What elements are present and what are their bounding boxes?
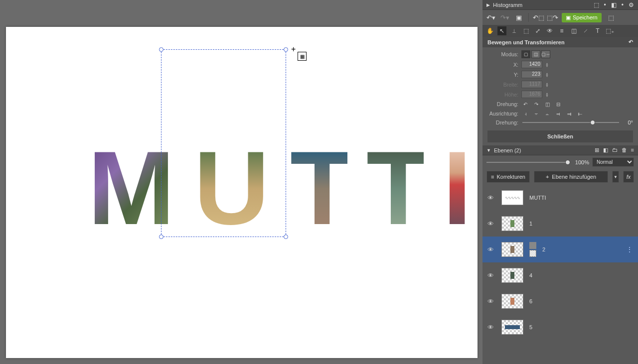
flip-h-button[interactable]: ◫ bbox=[543, 101, 551, 108]
layer-name-label[interactable]: 6 bbox=[529, 298, 633, 304]
align-right-button[interactable]: ⫠ bbox=[543, 110, 551, 117]
align-center-h-button[interactable]: ⫟ bbox=[532, 110, 540, 117]
perspective-tool[interactable]: ⬚ bbox=[521, 26, 530, 35]
save-button[interactable]: ▣ Speichern bbox=[562, 13, 602, 22]
x-input[interactable]: 1420 bbox=[521, 61, 542, 68]
fx-button[interactable]: fx bbox=[623, 171, 634, 183]
adjust-icon: ≡ bbox=[491, 174, 494, 180]
square-icon[interactable]: ◧ bbox=[611, 1, 617, 8]
dot-icon: • bbox=[622, 1, 624, 8]
gear-icon[interactable]: ⚙ bbox=[629, 1, 634, 8]
new-layer-icon[interactable]: ⊞ bbox=[595, 147, 599, 153]
layer-menu-icon[interactable]: ⋮ bbox=[626, 245, 633, 253]
rotate-cw-button[interactable]: ↷ bbox=[532, 101, 540, 108]
layer-thumbnail[interactable] bbox=[501, 242, 523, 257]
layer-row[interactable]: 👁 1 bbox=[482, 211, 638, 237]
blend-mode-select[interactable]: Normal bbox=[592, 157, 634, 167]
layer-mask-icon[interactable] bbox=[529, 242, 536, 249]
layer-thumbnail[interactable] bbox=[501, 320, 523, 335]
collapse-icon[interactable]: ▶ bbox=[486, 2, 490, 7]
histogram-title: Histogramm bbox=[493, 2, 522, 8]
visibility-icon[interactable]: 👁 bbox=[487, 324, 495, 331]
layer-thumbnail[interactable]: ∿∿∿∿∿ bbox=[501, 190, 523, 205]
align-bottom-button[interactable]: ⫦ bbox=[576, 110, 584, 117]
visibility-icon[interactable]: 👁 bbox=[487, 220, 495, 228]
layer-thumbnail[interactable] bbox=[501, 268, 523, 283]
add-layer-dropdown[interactable]: ▼ bbox=[612, 171, 619, 183]
eye-tool[interactable]: 👁 bbox=[545, 26, 554, 35]
rotation-slider-thumb[interactable] bbox=[590, 120, 595, 125]
handle-top-right[interactable] bbox=[284, 47, 288, 52]
visibility-icon[interactable]: 👁 bbox=[487, 272, 495, 279]
folder-icon[interactable]: 🗀 bbox=[612, 147, 618, 153]
export-icon[interactable]: ⬚ bbox=[607, 13, 616, 22]
window-icon[interactable]: ⬚ bbox=[594, 1, 599, 8]
delete-icon[interactable]: 🗑 bbox=[622, 147, 627, 153]
mode-proportional[interactable]: ▢↔ bbox=[541, 50, 550, 58]
visibility-icon[interactable]: 👁 bbox=[487, 194, 495, 202]
close-button[interactable]: Schließen bbox=[487, 130, 633, 142]
hoehe-label: Höhe: bbox=[487, 92, 518, 98]
rotate-ccw-button[interactable]: ↶ bbox=[521, 101, 529, 108]
flip-v-button[interactable]: ⊟ bbox=[554, 101, 562, 108]
mode-bounding-box[interactable]: ▢ bbox=[521, 50, 530, 58]
layer-row[interactable]: 👁 5 bbox=[482, 314, 638, 340]
y-input[interactable]: 223 bbox=[521, 71, 542, 78]
breite-input: 1117 bbox=[521, 81, 542, 88]
align-left-button[interactable]: ⫞ bbox=[521, 110, 529, 117]
image-icon[interactable]: ▣ bbox=[514, 13, 523, 22]
crop2-tool[interactable]: ◫ bbox=[569, 26, 578, 35]
layer-name-label[interactable]: 5 bbox=[529, 324, 633, 330]
x-spinner[interactable]: ▲▼ bbox=[545, 62, 550, 67]
transform-title: Bewegen und Transformieren bbox=[487, 39, 565, 45]
layer-name-label[interactable]: 2 bbox=[542, 246, 620, 252]
y-label: Y: bbox=[487, 72, 518, 78]
text-tool[interactable]: T bbox=[593, 26, 602, 35]
move-tool[interactable]: ↖ bbox=[497, 26, 506, 35]
layer-row[interactable]: 👁 2 ⋮ bbox=[482, 237, 638, 262]
y-spinner[interactable]: ▲▼ bbox=[545, 72, 550, 77]
align-top-button[interactable]: ⫤ bbox=[554, 110, 562, 117]
layer-clip-icon[interactable] bbox=[529, 250, 536, 257]
histogram-panel-header[interactable]: ▶ Histogramm ⬚ • ◧ • ⚙ bbox=[482, 0, 638, 10]
menu-icon[interactable]: ≡ bbox=[631, 147, 634, 153]
add-layer-button[interactable]: + Ebene hinzufügen bbox=[534, 171, 608, 183]
crop-tool[interactable]: ⟂ bbox=[509, 26, 518, 35]
visibility-icon[interactable]: 👁 bbox=[487, 298, 495, 305]
opacity-slider-thumb[interactable] bbox=[565, 160, 570, 165]
layer-name-label[interactable]: 4 bbox=[529, 272, 633, 278]
handle-bottom-right[interactable] bbox=[284, 235, 288, 239]
transform-tool[interactable]: ⤢ bbox=[533, 26, 542, 35]
mask-icon[interactable]: ◧ bbox=[603, 147, 608, 153]
layer-row[interactable]: 👁 4 bbox=[482, 262, 638, 288]
handle-bottom-left[interactable] bbox=[159, 235, 163, 239]
layers-action-row: ≡ Korrekturen + Ebene hinzufügen ▼ fx bbox=[482, 169, 638, 185]
visibility-icon[interactable]: 👁 bbox=[487, 246, 495, 253]
layer-name-label[interactable]: MUTTI bbox=[529, 195, 633, 201]
rotate-right-button[interactable]: ⬚↷ bbox=[548, 13, 557, 22]
layer-name-label[interactable]: 1 bbox=[529, 221, 633, 227]
korrekturen-button[interactable]: ≡ Korrekturen bbox=[486, 171, 530, 183]
undo-button[interactable]: ↶▾ bbox=[486, 13, 495, 22]
line-tool[interactable]: ⟋ bbox=[581, 26, 590, 35]
rotate-left-button[interactable]: ↶⬚ bbox=[534, 13, 543, 22]
collapse-icon[interactable]: ▼ bbox=[486, 148, 491, 153]
layers-panel-header[interactable]: ▼ Ebenen (2) ⊞ ◧ 🗀 🗑 ≡ bbox=[482, 145, 638, 155]
mode-center[interactable]: ◫ bbox=[531, 50, 540, 58]
layer-row[interactable]: 👁 ∿∿∿∿∿ MUTTI bbox=[482, 185, 638, 211]
shape-tool[interactable]: ⬚₊ bbox=[605, 26, 614, 35]
layer-thumbnail[interactable] bbox=[501, 216, 523, 231]
crosshair-cursor: + bbox=[291, 45, 296, 54]
handle-top-left[interactable] bbox=[159, 47, 163, 52]
canvas[interactable]: M U T T I + ▦ bbox=[6, 27, 478, 358]
transform-selection-box[interactable] bbox=[161, 49, 286, 237]
adjust-tool[interactable]: ≡ bbox=[557, 26, 566, 35]
opacity-slider[interactable] bbox=[486, 162, 570, 163]
layer-row[interactable]: 👁 6 bbox=[482, 288, 638, 314]
redo-button[interactable]: ↷▾ bbox=[500, 13, 509, 22]
hand-tool[interactable]: ✋ bbox=[485, 26, 494, 35]
align-center-v-button[interactable]: ⫥ bbox=[565, 110, 573, 117]
layer-thumbnail[interactable] bbox=[501, 294, 523, 309]
back-icon[interactable]: ↶ bbox=[629, 39, 633, 45]
rotation-slider[interactable] bbox=[522, 122, 619, 123]
